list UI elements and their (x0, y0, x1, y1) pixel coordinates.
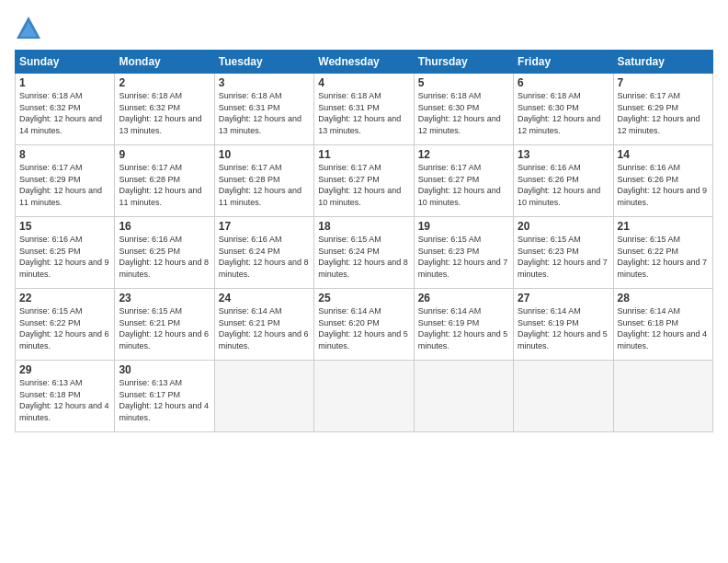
day-info: Sunrise: 6:13 AMSunset: 6:18 PMDaylight:… (19, 378, 109, 422)
day-number: 25 (318, 292, 409, 304)
calendar-cell: 11 Sunrise: 6:17 AMSunset: 6:27 PMDaylig… (314, 145, 414, 217)
day-number: 20 (518, 220, 609, 233)
day-number: 5 (418, 76, 509, 89)
calendar-cell: 24 Sunrise: 6:14 AMSunset: 6:21 PMDaylig… (214, 289, 313, 361)
day-number: 21 (618, 220, 709, 233)
day-number: 17 (219, 220, 310, 233)
day-number: 6 (518, 76, 609, 89)
calendar-cell: 27 Sunrise: 6:14 AMSunset: 6:19 PMDaylig… (514, 289, 613, 361)
calendar-week-4: 29 Sunrise: 6:13 AMSunset: 6:18 PMDaylig… (16, 361, 713, 432)
calendar-header-thursday: Thursday (414, 51, 513, 74)
day-number: 2 (119, 76, 210, 89)
calendar-cell: 7 Sunrise: 6:17 AMSunset: 6:29 PMDayligh… (613, 74, 712, 145)
calendar-header-monday: Monday (115, 51, 214, 74)
day-info: Sunrise: 6:17 AMSunset: 6:27 PMDaylight:… (318, 163, 401, 207)
day-number: 27 (518, 292, 609, 304)
day-info: Sunrise: 6:18 AMSunset: 6:30 PMDaylight:… (518, 91, 600, 135)
calendar-cell: 19 Sunrise: 6:15 AMSunset: 6:23 PMDaylig… (414, 217, 513, 289)
calendar-week-3: 22 Sunrise: 6:15 AMSunset: 6:22 PMDaylig… (16, 289, 713, 361)
calendar-cell: 17 Sunrise: 6:16 AMSunset: 6:24 PMDaylig… (214, 217, 313, 289)
calendar-cell: 10 Sunrise: 6:17 AMSunset: 6:28 PMDaylig… (214, 145, 313, 217)
calendar-cell: 1 Sunrise: 6:18 AMSunset: 6:32 PMDayligh… (16, 74, 115, 145)
day-info: Sunrise: 6:16 AMSunset: 6:26 PMDaylight:… (618, 163, 708, 207)
calendar-cell: 23 Sunrise: 6:15 AMSunset: 6:21 PMDaylig… (115, 289, 214, 361)
calendar-cell: 4 Sunrise: 6:18 AMSunset: 6:31 PMDayligh… (314, 74, 414, 145)
calendar-cell: 3 Sunrise: 6:18 AMSunset: 6:31 PMDayligh… (214, 74, 313, 145)
day-info: Sunrise: 6:15 AMSunset: 6:22 PMDaylight:… (19, 306, 109, 350)
calendar-cell: 2 Sunrise: 6:18 AMSunset: 6:32 PMDayligh… (115, 74, 214, 145)
day-info: Sunrise: 6:18 AMSunset: 6:31 PMDaylight:… (219, 91, 301, 135)
day-info: Sunrise: 6:14 AMSunset: 6:21 PMDaylight:… (219, 306, 309, 350)
day-number: 16 (119, 220, 210, 233)
calendar-cell: 5 Sunrise: 6:18 AMSunset: 6:30 PMDayligh… (414, 74, 513, 145)
day-number: 29 (19, 363, 110, 376)
day-info: Sunrise: 6:14 AMSunset: 6:18 PMDaylight:… (618, 306, 708, 350)
day-info: Sunrise: 6:18 AMSunset: 6:32 PMDaylight:… (19, 91, 102, 135)
calendar-cell: 26 Sunrise: 6:14 AMSunset: 6:19 PMDaylig… (414, 289, 513, 361)
day-number: 15 (19, 220, 110, 233)
day-number: 14 (618, 148, 709, 161)
calendar-week-1: 8 Sunrise: 6:17 AMSunset: 6:29 PMDayligh… (16, 145, 713, 217)
calendar-cell: 13 Sunrise: 6:16 AMSunset: 6:26 PMDaylig… (514, 145, 613, 217)
day-number: 7 (618, 76, 709, 89)
calendar-cell: 28 Sunrise: 6:14 AMSunset: 6:18 PMDaylig… (613, 289, 712, 361)
day-info: Sunrise: 6:18 AMSunset: 6:31 PMDaylight:… (318, 91, 401, 135)
day-number: 22 (19, 292, 110, 304)
calendar-header-row: SundayMondayTuesdayWednesdayThursdayFrid… (16, 51, 713, 74)
day-info: Sunrise: 6:16 AMSunset: 6:25 PMDaylight:… (119, 235, 209, 279)
day-number: 30 (119, 363, 210, 376)
day-info: Sunrise: 6:15 AMSunset: 6:21 PMDaylight:… (119, 306, 209, 350)
calendar-header-tuesday: Tuesday (214, 51, 313, 74)
calendar-cell: 9 Sunrise: 6:17 AMSunset: 6:28 PMDayligh… (115, 145, 214, 217)
day-info: Sunrise: 6:15 AMSunset: 6:23 PMDaylight:… (418, 235, 508, 279)
day-info: Sunrise: 6:17 AMSunset: 6:28 PMDaylight:… (219, 163, 301, 207)
calendar-cell: 25 Sunrise: 6:14 AMSunset: 6:20 PMDaylig… (314, 289, 414, 361)
calendar-header-sunday: Sunday (16, 51, 115, 74)
day-info: Sunrise: 6:15 AMSunset: 6:23 PMDaylight:… (518, 235, 608, 279)
day-info: Sunrise: 6:18 AMSunset: 6:32 PMDaylight:… (119, 91, 201, 135)
calendar-cell: 8 Sunrise: 6:17 AMSunset: 6:29 PMDayligh… (16, 145, 115, 217)
calendar-cell (414, 361, 513, 432)
day-number: 13 (518, 148, 609, 161)
day-number: 19 (418, 220, 509, 233)
day-number: 10 (219, 148, 310, 161)
calendar-header-friday: Friday (514, 51, 613, 74)
logo (15, 15, 44, 42)
calendar-header-saturday: Saturday (613, 51, 712, 74)
calendar-cell: 12 Sunrise: 6:17 AMSunset: 6:27 PMDaylig… (414, 145, 513, 217)
calendar-week-0: 1 Sunrise: 6:18 AMSunset: 6:32 PMDayligh… (16, 74, 713, 145)
calendar-cell: 29 Sunrise: 6:13 AMSunset: 6:18 PMDaylig… (16, 361, 115, 432)
calendar-cell: 22 Sunrise: 6:15 AMSunset: 6:22 PMDaylig… (16, 289, 115, 361)
day-number: 11 (318, 148, 409, 161)
day-info: Sunrise: 6:15 AMSunset: 6:22 PMDaylight:… (618, 235, 708, 279)
day-number: 26 (418, 292, 509, 304)
day-number: 18 (318, 220, 409, 233)
day-info: Sunrise: 6:17 AMSunset: 6:29 PMDaylight:… (19, 163, 102, 207)
day-info: Sunrise: 6:16 AMSunset: 6:25 PMDaylight:… (19, 235, 109, 279)
calendar-cell: 18 Sunrise: 6:15 AMSunset: 6:24 PMDaylig… (314, 217, 414, 289)
day-info: Sunrise: 6:18 AMSunset: 6:30 PMDaylight:… (418, 91, 501, 135)
day-info: Sunrise: 6:15 AMSunset: 6:24 PMDaylight:… (318, 235, 408, 279)
calendar-cell: 15 Sunrise: 6:16 AMSunset: 6:25 PMDaylig… (16, 217, 115, 289)
day-number: 9 (119, 148, 210, 161)
calendar-cell: 14 Sunrise: 6:16 AMSunset: 6:26 PMDaylig… (613, 145, 712, 217)
day-info: Sunrise: 6:17 AMSunset: 6:27 PMDaylight:… (418, 163, 501, 207)
calendar: SundayMondayTuesdayWednesdayThursdayFrid… (15, 50, 713, 432)
calendar-body: 1 Sunrise: 6:18 AMSunset: 6:32 PMDayligh… (16, 74, 713, 432)
day-number: 24 (219, 292, 310, 304)
day-info: Sunrise: 6:16 AMSunset: 6:24 PMDaylight:… (219, 235, 309, 279)
day-number: 23 (119, 292, 210, 304)
calendar-cell: 21 Sunrise: 6:15 AMSunset: 6:22 PMDaylig… (613, 217, 712, 289)
day-number: 4 (318, 76, 409, 89)
calendar-cell (214, 361, 313, 432)
day-info: Sunrise: 6:16 AMSunset: 6:26 PMDaylight:… (518, 163, 600, 207)
page: SundayMondayTuesdayWednesdayThursdayFrid… (0, 0, 728, 563)
day-number: 1 (19, 76, 110, 89)
day-number: 3 (219, 76, 310, 89)
calendar-cell: 16 Sunrise: 6:16 AMSunset: 6:25 PMDaylig… (115, 217, 214, 289)
calendar-cell (613, 361, 712, 432)
header (15, 15, 713, 42)
calendar-cell (514, 361, 613, 432)
day-info: Sunrise: 6:14 AMSunset: 6:20 PMDaylight:… (318, 306, 408, 350)
calendar-cell: 6 Sunrise: 6:18 AMSunset: 6:30 PMDayligh… (514, 74, 613, 145)
